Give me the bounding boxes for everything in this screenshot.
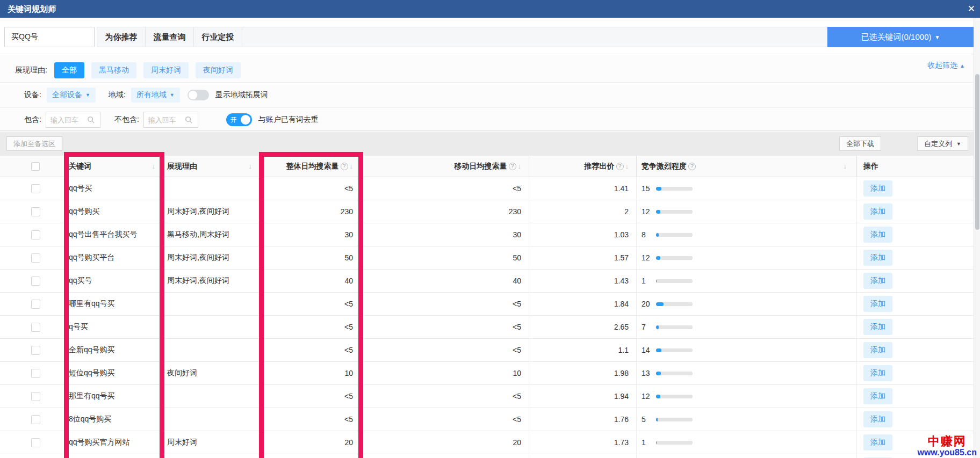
- competition-value: 12: [642, 207, 656, 216]
- region-select[interactable]: 所有地域▼: [131, 88, 180, 103]
- help-icon[interactable]: ?: [341, 163, 348, 170]
- row-checkbox[interactable]: [31, 207, 40, 216]
- sort-down-icon[interactable]: ↓: [844, 162, 847, 170]
- add-keyword-button[interactable]: 添加: [863, 319, 892, 335]
- suggested-bid-cell: 2.65: [529, 316, 637, 338]
- row-checkbox[interactable]: [31, 253, 40, 263]
- add-keyword-button[interactable]: 添加: [863, 250, 892, 266]
- tab-2[interactable]: 流量查询: [146, 27, 194, 47]
- add-keyword-button[interactable]: 添加: [863, 203, 892, 220]
- custom-columns-button[interactable]: 自定义列▼: [917, 136, 968, 151]
- sort-down-icon[interactable]: ↓: [249, 162, 253, 170]
- selected-keywords-button[interactable]: 已选关键词(0/1000)▼: [827, 27, 974, 47]
- header-suggested-bid[interactable]: 推荐出价 ? ↓: [529, 156, 637, 177]
- header-competition[interactable]: 竞争激烈程度 ? ↓: [637, 156, 857, 177]
- chevron-down-icon: ▼: [170, 92, 175, 98]
- overall-volume-cell: <5: [261, 385, 361, 408]
- include-input[interactable]: [46, 115, 87, 125]
- reason-cell: [164, 385, 261, 408]
- collapse-filters-link[interactable]: 收起筛选▲: [927, 61, 965, 70]
- add-keyword-button[interactable]: 添加: [863, 273, 892, 289]
- header-mobile-volume[interactable]: 移动日均搜索量 ? ↓: [361, 156, 529, 177]
- table-row: qq号出售平台我买号黑马移动,周末好词30301.038添加: [0, 223, 974, 246]
- row-checkbox[interactable]: [31, 300, 40, 309]
- row-checkbox[interactable]: [31, 277, 40, 286]
- competition-value: 15: [642, 184, 656, 193]
- reason-filter-label: 展现理由:: [15, 66, 47, 75]
- table-row: 8位qq号购买<5<51.765添加: [0, 408, 974, 431]
- download-all-button[interactable]: 全部下载: [839, 136, 881, 151]
- keyword-search-box[interactable]: [4, 27, 95, 47]
- overall-volume-cell: 20: [261, 431, 361, 454]
- row-checkbox[interactable]: [31, 369, 40, 378]
- reason-chip[interactable]: 周末好词: [143, 62, 189, 78]
- select-all-checkbox[interactable]: [31, 162, 40, 171]
- region-expand-toggle[interactable]: [188, 90, 209, 100]
- suggested-bid-cell: 1.73: [529, 431, 637, 454]
- tab-3[interactable]: 行业定投: [194, 27, 242, 47]
- search-input[interactable]: [5, 33, 109, 41]
- actions-cell: 添加: [857, 223, 974, 246]
- reason-chip[interactable]: 全部: [54, 62, 84, 78]
- exclude-input-box[interactable]: [143, 112, 198, 128]
- titlebar: 关键词规划师 ✕: [0, 0, 980, 18]
- competition-cell: 12: [637, 385, 857, 408]
- scrollbar-thumb[interactable]: [975, 74, 979, 230]
- mobile-volume-value: <5: [513, 346, 521, 354]
- header-keyword[interactable]: 关键词 ↓: [64, 156, 164, 177]
- row-checkbox[interactable]: [31, 323, 40, 332]
- row-checkbox[interactable]: [31, 184, 40, 193]
- competition-cell: 12: [637, 246, 857, 269]
- sort-down-icon[interactable]: ↓: [350, 162, 354, 170]
- add-keyword-button[interactable]: 添加: [863, 411, 892, 427]
- row-checkbox[interactable]: [31, 230, 40, 239]
- sort-down-icon[interactable]: ↓: [152, 162, 156, 170]
- sort-down-icon[interactable]: ↓: [518, 162, 522, 170]
- dedupe-toggle[interactable]: 开: [226, 113, 252, 126]
- competition-bar-fill: [656, 279, 657, 283]
- device-select[interactable]: 全部设备▼: [47, 88, 96, 103]
- search-icon: [87, 116, 100, 124]
- add-keyword-button[interactable]: 添加: [863, 180, 892, 197]
- add-keyword-button[interactable]: 添加: [863, 365, 892, 381]
- overall-volume-value: <5: [344, 184, 353, 193]
- row-checkbox[interactable]: [31, 392, 40, 401]
- sort-down-icon[interactable]: ↓: [625, 162, 629, 170]
- help-icon[interactable]: ?: [616, 163, 624, 170]
- close-icon[interactable]: ✕: [968, 0, 975, 18]
- row-checkbox[interactable]: [31, 346, 40, 355]
- keyword-cell: qq买号: [64, 270, 164, 292]
- row-checkbox[interactable]: [31, 415, 40, 424]
- help-icon[interactable]: ?: [688, 163, 696, 170]
- exclude-input[interactable]: [144, 115, 185, 125]
- add-keyword-button[interactable]: 添加: [863, 296, 892, 312]
- keyword-cell: q号买: [64, 316, 164, 338]
- add-keyword-button[interactable]: 添加: [863, 227, 892, 243]
- suggested-bid-cell: 1.94: [529, 385, 637, 408]
- competition-value: 20: [642, 300, 656, 308]
- tab-1[interactable]: 为你推荐: [97, 27, 146, 47]
- competition-value: 12: [642, 392, 656, 401]
- region-label: 地域:: [109, 90, 126, 100]
- row-checkbox-cell: [0, 177, 64, 200]
- mobile-volume-value: <5: [513, 323, 521, 331]
- header-overall-volume[interactable]: 整体日均搜索量 ? ↓: [261, 156, 361, 177]
- add-keyword-button[interactable]: 添加: [863, 434, 892, 450]
- reason-chip[interactable]: 夜间好词: [196, 62, 241, 78]
- header-reason[interactable]: 展现理由 ↓: [164, 156, 261, 177]
- row-checkbox[interactable]: [31, 438, 40, 447]
- overall-volume-cell: 30: [261, 223, 361, 246]
- add-keyword-button[interactable]: 添加: [863, 342, 892, 358]
- help-icon[interactable]: ?: [509, 163, 516, 170]
- overall-volume-value: 230: [341, 207, 353, 216]
- keyword-cell: qq号买: [64, 177, 164, 200]
- add-to-candidates-button[interactable]: 添加至备选区: [6, 136, 62, 151]
- include-input-box[interactable]: [46, 112, 100, 128]
- chevron-down-icon: ▼: [934, 34, 940, 40]
- mobile-volume-value: 20: [513, 438, 521, 447]
- actions-cell: 添加: [857, 177, 974, 200]
- reason-text: 周末好词,夜间好词: [167, 253, 229, 263]
- reason-chip[interactable]: 黑马移动: [91, 62, 136, 78]
- triangle-up-icon: ▲: [960, 63, 965, 69]
- add-keyword-button[interactable]: 添加: [863, 388, 892, 404]
